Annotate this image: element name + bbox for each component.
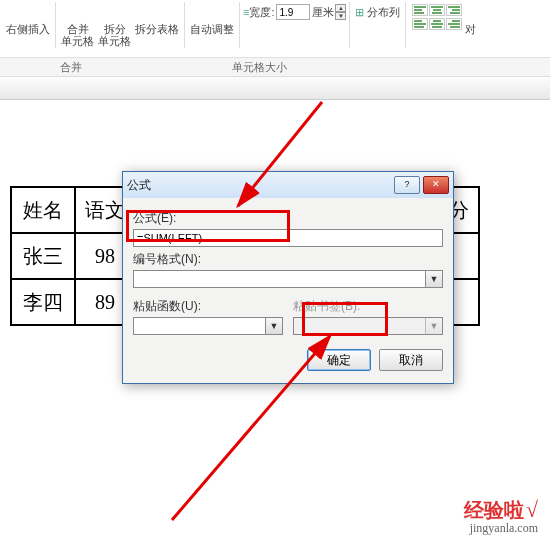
width-unit: 厘米 (312, 5, 334, 20)
align-br-button[interactable] (446, 18, 462, 30)
paste-function-dropdown-icon[interactable]: ▼ (265, 317, 283, 335)
ok-button[interactable]: 确定 (307, 349, 371, 371)
ribbon-group-labels: 合并 单元格大小 (0, 58, 550, 77)
formula-dialog: 公式 ? ✕ 公式(E): 编号格式(N): ▼ 粘贴函数(U): ▼ 粘贴书签… (122, 171, 454, 384)
split-cells-button[interactable]: 拆分 单元格 (98, 2, 131, 47)
align-tl-button[interactable] (412, 4, 428, 16)
split-table-icon (147, 2, 167, 22)
separator (405, 2, 406, 48)
split-table-label: 拆分表格 (135, 23, 179, 35)
distribute-label: 分布列 (367, 6, 400, 18)
merge-icon (68, 2, 88, 22)
number-format-label: 编号格式(N): (133, 251, 443, 268)
formula-label: 公式(E): (133, 210, 443, 227)
autofit-icon (202, 2, 222, 22)
watermark-text: 经验啦 (464, 499, 524, 521)
align-group-partial: 对 (465, 22, 476, 37)
paste-bookmark-dropdown-icon: ▼ (425, 317, 443, 335)
width-stepper[interactable]: ▲▼ (335, 4, 346, 20)
header-name[interactable]: 姓名 (11, 187, 75, 233)
align-bc-button[interactable] (429, 18, 445, 30)
width-label: 宽度: (249, 5, 274, 20)
insert-right-label: 右侧插入 (6, 23, 50, 35)
cancel-button[interactable]: 取消 (379, 349, 443, 371)
toolbar-strip (0, 77, 550, 100)
split-table-button[interactable]: 拆分表格 (135, 2, 179, 35)
distribute-columns-button[interactable]: ⊞分布列 (355, 6, 400, 18)
number-format-input[interactable] (133, 270, 443, 288)
formula-input[interactable] (133, 229, 443, 247)
split-label: 拆分 (104, 23, 126, 35)
paste-bookmark-label: 粘贴书签(B): (293, 298, 443, 315)
number-format-dropdown-icon[interactable]: ▼ (425, 270, 443, 288)
paste-bookmark-input (293, 317, 443, 335)
split-sublabel: 单元格 (98, 35, 131, 47)
autofit-label: 自动调整 (190, 23, 234, 35)
split-icon (105, 2, 125, 22)
separator (55, 2, 56, 48)
help-button[interactable]: ? (394, 176, 420, 194)
paste-function-label: 粘贴函数(U): (133, 298, 283, 315)
merge-cells-button[interactable]: 合并 单元格 (61, 2, 94, 47)
separator (239, 2, 240, 48)
merge-label: 合并 (67, 23, 89, 35)
insert-right-icon (18, 2, 38, 22)
insert-right-button[interactable]: 右侧插入 (6, 2, 50, 35)
separator (184, 2, 185, 48)
dialog-titlebar[interactable]: 公式 ? ✕ (123, 172, 453, 198)
alignment-grid (412, 4, 462, 30)
align-bl-button[interactable] (412, 18, 428, 30)
cell-name[interactable]: 李四 (11, 279, 75, 325)
distribute-icon: ⊞ (355, 6, 364, 18)
align-tc-button[interactable] (429, 4, 445, 16)
stepper-up-icon[interactable]: ▲ (335, 4, 346, 12)
separator (349, 2, 350, 48)
cell-width-field: ≡ 宽度: 厘米 ▲▼ (243, 4, 346, 20)
dialog-title: 公式 (127, 177, 151, 194)
autofit-button[interactable]: 自动调整 (190, 2, 234, 35)
stepper-down-icon[interactable]: ▼ (335, 12, 346, 20)
merge-sublabel: 单元格 (61, 35, 94, 47)
size-group-label: 单元格大小 (232, 60, 287, 75)
paste-function-input[interactable] (133, 317, 283, 335)
merge-group-label: 合并 (60, 60, 82, 75)
watermark: 经验啦√ jingyanla.com (464, 497, 538, 536)
watermark-url: jingyanla.com (464, 521, 538, 536)
close-button[interactable]: ✕ (423, 176, 449, 194)
align-tr-button[interactable] (446, 4, 462, 16)
ribbon: 右侧插入 合并 单元格 拆分 单元格 拆分表格 自动调整 ≡ 宽度: 厘米 ▲▼… (0, 0, 550, 58)
check-icon: √ (526, 497, 538, 522)
width-input[interactable] (276, 4, 310, 20)
cell-name[interactable]: 张三 (11, 233, 75, 279)
